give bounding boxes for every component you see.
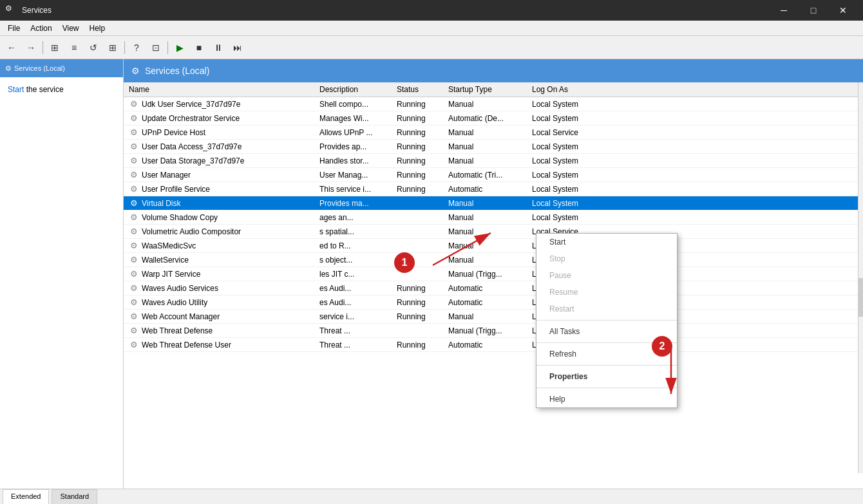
table-row[interactable]: ⚙ Warp JIT Service les JIT c... Manual (… <box>124 267 863 281</box>
service-status-cell <box>394 273 446 275</box>
table-row[interactable]: ⚙ Waves Audio Utility es Audi... Running… <box>124 295 863 310</box>
stop-button[interactable]: ■ <box>190 39 208 57</box>
refresh-button[interactable]: ↺ <box>84 39 102 57</box>
context-menu: StartStopPauseResumeRestartAll TasksRefr… <box>536 233 678 408</box>
service-status-cell: Running <box>394 141 446 153</box>
service-desc-cell: Allows UPnP ... <box>317 127 394 138</box>
context-menu-item-properties[interactable]: Properties <box>536 368 677 385</box>
table-row[interactable]: ⚙ UPnP Device Host Allows UPnP ... Runni… <box>124 126 863 140</box>
service-gear-icon: ⚙ <box>129 127 139 138</box>
tab-standard[interactable]: Standard <box>52 489 97 504</box>
col-header-startup[interactable]: Startup Type <box>446 84 529 95</box>
table-row[interactable]: ⚙ Update Orchestrator Service Manages Wi… <box>124 111 863 126</box>
help-button[interactable]: ? <box>128 39 146 57</box>
table-row[interactable]: ⚙ Waves Audio Services es Audi... Runnin… <box>124 281 863 295</box>
gear-icon: ⚙ <box>5 64 12 73</box>
service-desc-cell: service i... <box>317 311 394 322</box>
service-name-cell: ⚙ Udk User Service_37d7d97e <box>124 98 317 111</box>
service-status-cell: Running <box>394 183 446 195</box>
service-name-cell: ⚙ User Manager <box>124 169 317 182</box>
menu-view[interactable]: View <box>57 23 84 34</box>
table-row[interactable]: ⚙ WaaSMedicSvc ed to R... Manual Local S… <box>124 239 863 253</box>
context-menu-item-resume: Resume <box>536 284 677 301</box>
table-row[interactable]: ⚙ WalletService s object... Manual Local… <box>124 253 863 267</box>
table-row[interactable]: ⚙ Udk User Service_37d7d97e Shell compo.… <box>124 97 863 111</box>
col-header-status[interactable]: Status <box>394 84 446 95</box>
table-row[interactable]: ⚙ User Profile Service This service i...… <box>124 182 863 196</box>
table-row[interactable]: ⚙ Web Account Manager service i... Runni… <box>124 310 863 324</box>
table-body[interactable]: ⚙ Udk User Service_37d7d97e Shell compo.… <box>124 97 863 485</box>
service-gear-icon: ⚙ <box>129 113 139 124</box>
table-row[interactable]: ⚙ Web Threat Defense Threat ... Manual (… <box>124 324 863 338</box>
service-name-cell: ⚙ Web Threat Defense User <box>124 339 317 351</box>
minimize-button[interactable]: ─ <box>769 0 799 21</box>
service-logon-cell: Local System <box>529 98 607 110</box>
scrollbar[interactable] <box>858 82 863 473</box>
service-desc-cell: User Manag... <box>317 169 394 181</box>
toolbar-btn-1[interactable]: ⊞ <box>46 39 64 57</box>
service-gear-icon: ⚙ <box>129 170 139 180</box>
service-gear-icon: ⚙ <box>129 283 139 294</box>
service-gear-icon: ⚙ <box>129 297 139 308</box>
left-panel-title: Services (Local) <box>14 64 65 72</box>
service-startup-cell: Automatic (Tri... <box>446 169 529 181</box>
right-panel-header: ⚙ Services (Local) <box>124 59 863 82</box>
service-status-cell: Running <box>394 283 446 294</box>
close-button[interactable]: ✕ <box>828 0 858 21</box>
service-status-cell: Running <box>394 297 446 308</box>
table-row[interactable]: ⚙ Web Threat Defense User Threat ... Run… <box>124 338 863 352</box>
pause-button[interactable]: ⏸ <box>209 39 227 57</box>
service-status-cell <box>394 202 446 205</box>
service-gear-icon: ⚙ <box>129 99 139 109</box>
step-button[interactable]: ⏭ <box>229 39 247 57</box>
toolbar-btn-4[interactable]: ⊡ <box>147 39 165 57</box>
service-gear-icon: ⚙ <box>129 340 139 350</box>
service-desc-cell: Handles stor... <box>317 155 394 167</box>
service-status-cell <box>394 230 446 233</box>
service-desc-cell: ages an... <box>317 212 394 223</box>
forward-button[interactable]: → <box>22 39 40 57</box>
service-desc-cell: Provides ap... <box>317 141 394 153</box>
service-name-cell: ⚙ User Profile Service <box>124 183 317 196</box>
table-row[interactable]: ⚙ User Data Storage_37d7d97e Handles sto… <box>124 154 863 168</box>
service-gear-icon: ⚙ <box>129 184 139 194</box>
service-name-cell: ⚙ Web Account Manager <box>124 310 317 323</box>
main-layout: ⚙ Services (Local) Start the service ⚙ S… <box>0 59 863 489</box>
table-row[interactable]: ⚙ Virtual Disk Provides ma... Manual Loc… <box>124 196 863 210</box>
context-menu-item-all-tasks[interactable]: All Tasks <box>536 323 677 340</box>
menu-action[interactable]: Action <box>25 23 57 34</box>
table-row[interactable]: ⚙ Volume Shadow Copy ages an... Manual L… <box>124 210 863 225</box>
menu-file[interactable]: File <box>3 23 25 34</box>
context-menu-item-start[interactable]: Start <box>536 234 677 250</box>
service-gear-icon: ⚙ <box>129 227 139 237</box>
col-header-desc[interactable]: Description <box>317 84 394 95</box>
toolbar-btn-3[interactable]: ⊞ <box>104 39 122 57</box>
scrollbar-thumb[interactable] <box>858 278 863 317</box>
service-startup-cell: Manual <box>446 198 529 209</box>
service-status-cell: Running <box>394 169 446 181</box>
maximize-button[interactable]: □ <box>799 0 828 21</box>
play-button[interactable]: ▶ <box>171 39 189 57</box>
toolbar-btn-2[interactable]: ≡ <box>65 39 83 57</box>
table-row[interactable]: ⚙ User Manager User Manag... Running Aut… <box>124 168 863 182</box>
service-name-cell: ⚙ UPnP Device Host <box>124 126 317 139</box>
back-button[interactable]: ← <box>3 39 21 57</box>
service-startup-cell: Manual <box>446 311 529 322</box>
context-menu-item-refresh[interactable]: Refresh <box>536 346 677 362</box>
service-desc-cell: Threat ... <box>317 339 394 351</box>
service-startup-cell: Manual <box>446 254 529 266</box>
menu-help[interactable]: Help <box>84 23 111 34</box>
col-header-name[interactable]: Name <box>124 84 317 95</box>
table-row[interactable]: ⚙ User Data Access_37d7d97e Provides ap.… <box>124 140 863 154</box>
col-header-logon[interactable]: Log On As <box>529 84 607 95</box>
table-row[interactable]: ⚙ Volumetric Audio Compositor s spatial.… <box>124 225 863 239</box>
start-service-link[interactable]: Start <box>8 85 24 94</box>
service-startup-cell: Automatic <box>446 283 529 294</box>
service-logon-cell: Local System <box>529 183 607 195</box>
gear-icon-header: ⚙ <box>131 66 140 76</box>
context-menu-item-help[interactable]: Help <box>536 391 677 407</box>
service-startup-cell: Manual <box>446 155 529 167</box>
tab-extended[interactable]: Extended <box>3 489 49 504</box>
service-startup-cell: Automatic (De... <box>446 113 529 124</box>
service-startup-cell: Manual <box>446 240 529 252</box>
